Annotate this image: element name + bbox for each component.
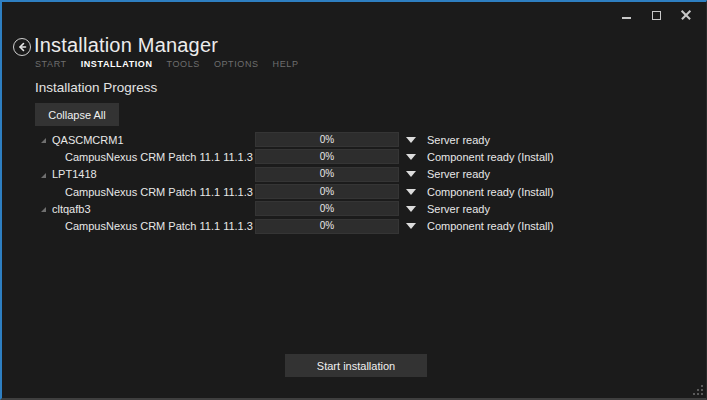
component-name-cell: CampusNexus CRM Patch 11.1 11.1.3 — [35, 151, 255, 163]
component-row: CampusNexus CRM Patch 11.1 11.1.3 0% Com… — [35, 183, 706, 200]
installation-manager-window: Installation Manager START INSTALLATION … — [0, 0, 707, 400]
app-title: Installation Manager — [34, 34, 218, 57]
component-name: CampusNexus CRM Patch 11.1 11.1.3 — [65, 186, 253, 198]
server-name: cltqafb3 — [52, 203, 91, 215]
chevron-down-icon[interactable] — [406, 189, 416, 195]
status-text: Server ready — [427, 168, 490, 180]
tree-expander-icon[interactable] — [41, 173, 46, 178]
server-name-cell: QASCMCRM1 — [35, 134, 255, 146]
chevron-down-icon[interactable] — [406, 137, 416, 143]
close-icon — [681, 10, 691, 20]
status-text: Server ready — [427, 134, 490, 146]
progress-bar: 0% — [255, 149, 399, 164]
nav-start[interactable]: START — [35, 59, 67, 69]
progress-bar: 0% — [255, 167, 399, 182]
back-icon — [16, 41, 28, 53]
status-text: Component ready (Install) — [427, 151, 554, 163]
maximize-icon — [652, 11, 661, 20]
status-text: Server ready — [427, 203, 490, 215]
titlebar — [2, 2, 706, 28]
progress-bar: 0% — [255, 132, 399, 147]
collapse-all-button[interactable]: Collapse All — [35, 103, 119, 126]
nav-options[interactable]: OPTIONS — [214, 59, 259, 69]
tree-expander-icon[interactable] — [41, 207, 46, 212]
minimize-button[interactable] — [615, 6, 637, 24]
page-title: Installation Progress — [35, 80, 157, 95]
minimize-icon — [622, 17, 631, 19]
chevron-down-icon[interactable] — [406, 206, 416, 212]
server-name: QASCMCRM1 — [52, 134, 124, 146]
component-name-cell: CampusNexus CRM Patch 11.1 11.1.3 — [35, 186, 255, 198]
resize-grip-icon[interactable] — [693, 385, 695, 387]
progress-bar: 0% — [255, 219, 399, 234]
status-text: Component ready (Install) — [427, 220, 554, 232]
back-button[interactable] — [13, 38, 31, 56]
nav-installation[interactable]: INSTALLATION — [81, 59, 153, 69]
component-name: CampusNexus CRM Patch 11.1 11.1.3 — [65, 151, 253, 163]
component-row: CampusNexus CRM Patch 11.1 11.1.3 0% Com… — [35, 148, 706, 165]
progress-value: 0% — [320, 169, 334, 179]
progress-bar: 0% — [255, 201, 399, 216]
server-name-cell: LPT1418 — [35, 168, 255, 180]
server-name-cell: cltqafb3 — [35, 203, 255, 215]
status-text: Component ready (Install) — [427, 186, 554, 198]
main-nav: START INSTALLATION TOOLS OPTIONS HELP — [35, 59, 299, 69]
nav-help[interactable]: HELP — [273, 59, 299, 69]
component-name: CampusNexus CRM Patch 11.1 11.1.3 — [65, 220, 253, 232]
chevron-down-icon[interactable] — [406, 154, 416, 160]
progress-bar: 0% — [255, 184, 399, 199]
tree-expander-icon[interactable] — [41, 138, 46, 143]
server-row: cltqafb3 0% Server ready — [35, 200, 706, 217]
progress-value: 0% — [320, 221, 334, 231]
server-name: LPT1418 — [52, 168, 97, 180]
start-installation-button[interactable]: Start installation — [285, 354, 427, 377]
nav-tools[interactable]: TOOLS — [167, 59, 200, 69]
close-button[interactable] — [675, 6, 697, 24]
progress-value: 0% — [320, 152, 334, 162]
component-name-cell: CampusNexus CRM Patch 11.1 11.1.3 — [35, 220, 255, 232]
maximize-button[interactable] — [645, 6, 667, 24]
chevron-down-icon[interactable] — [406, 171, 416, 177]
component-row: CampusNexus CRM Patch 11.1 11.1.3 0% Com… — [35, 217, 706, 234]
progress-value: 0% — [320, 135, 334, 145]
progress-value: 0% — [320, 187, 334, 197]
server-row: QASCMCRM1 0% Server ready — [35, 131, 706, 148]
installation-list: QASCMCRM1 0% Server ready CampusNexus CR… — [35, 131, 706, 235]
server-row: LPT1418 0% Server ready — [35, 166, 706, 183]
chevron-down-icon[interactable] — [406, 223, 416, 229]
progress-value: 0% — [320, 204, 334, 214]
